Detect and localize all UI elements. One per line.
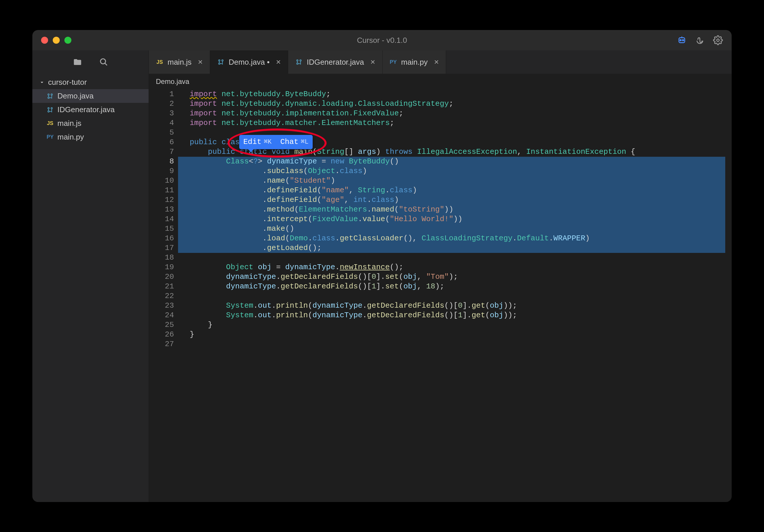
svg-point-20 <box>222 60 223 61</box>
code-line[interactable]: dynamicType.getDeclaredFields()[0].set(o… <box>178 272 725 282</box>
settings-icon[interactable] <box>713 35 723 45</box>
svg-point-1 <box>680 40 681 41</box>
svg-point-19 <box>219 60 220 61</box>
code-line[interactable] <box>178 339 725 349</box>
line-number: 18 <box>149 253 174 263</box>
tree-file-demo-java[interactable]: Demo.java <box>32 89 149 103</box>
svg-point-15 <box>48 111 49 112</box>
code-line[interactable] <box>178 291 725 301</box>
code-line[interactable]: .intercept(FixedValue.value("Hello World… <box>178 215 725 224</box>
tree-file-main-js[interactable]: JSmain.js <box>32 116 149 130</box>
tree-file-label: main.js <box>58 119 81 128</box>
tab-close-icon[interactable]: × <box>434 58 439 67</box>
titlebar: Cursor - v0.1.0 <box>32 30 732 50</box>
tab-main-js[interactable]: JSmain.js× <box>149 50 210 74</box>
tree-file-main-py[interactable]: PYmain.py <box>32 130 149 144</box>
code-line[interactable]: .subclass(Object.class) <box>178 166 725 176</box>
line-number: 11 <box>149 186 174 195</box>
svg-point-27 <box>296 63 298 65</box>
code-line[interactable] <box>178 253 725 263</box>
editor[interactable]: 1⚠23456⌄7⌄8910111213141516171819⚠2021222… <box>149 89 732 502</box>
window-title: Cursor - v0.1.0 <box>357 36 407 45</box>
tab-idgenerator-java[interactable]: IDGenerator.java× <box>288 50 383 74</box>
svg-point-2 <box>682 40 683 41</box>
code-line[interactable]: import net.bytebuddy.implementation.Fixe… <box>178 109 725 118</box>
titlebar-actions <box>677 35 723 45</box>
svg-point-13 <box>48 107 49 109</box>
tab-label: IDGenerator.java <box>307 58 364 67</box>
code-line[interactable]: .defineField("name", String.class) <box>178 186 725 195</box>
body: cursor-tutor Demo.javaIDGenerator.javaJS… <box>32 50 732 502</box>
line-number: 5 <box>149 128 174 137</box>
tab-close-icon[interactable]: × <box>276 58 281 67</box>
code-line[interactable]: dynamicType.getDeclaredFields()[1].set(o… <box>178 282 725 291</box>
line-number: 14 <box>149 215 174 224</box>
js-file-icon: JS <box>156 58 163 66</box>
line-number: 13 <box>149 205 174 215</box>
svg-point-9 <box>48 97 49 98</box>
svg-point-25 <box>296 60 298 61</box>
code-line[interactable]: } <box>178 330 725 339</box>
traffic-lights <box>41 37 72 44</box>
tab-demo-java[interactable]: Demo.java •× <box>210 50 288 74</box>
line-number: 6⌄ <box>149 137 174 147</box>
window-close-button[interactable] <box>41 37 48 44</box>
wave-icon[interactable] <box>695 35 705 45</box>
code-line[interactable]: .defineField("age", int.class) <box>178 195 725 205</box>
tab-label: Demo.java • <box>229 58 270 67</box>
search-icon[interactable] <box>99 58 108 67</box>
code-line[interactable]: import net.bytebuddy.dynamic.loading.Cla… <box>178 99 725 109</box>
gutter: 1⚠23456⌄7⌄8910111213141516171819⚠2021222… <box>149 89 178 502</box>
tab-main-py[interactable]: PYmain.py× <box>383 50 446 74</box>
line-number: 12 <box>149 195 174 205</box>
code-line[interactable]: .name("Student") <box>178 176 725 186</box>
line-number: 26 <box>149 330 174 339</box>
edit-action[interactable]: Edit ⌘K <box>243 137 272 147</box>
line-number: 16 <box>149 234 174 243</box>
code-line[interactable]: } <box>178 320 725 330</box>
line-number: 2 <box>149 99 174 109</box>
code-line[interactable]: .make() <box>178 224 725 234</box>
svg-point-21 <box>219 63 220 65</box>
line-number: 21 <box>149 282 174 291</box>
code-line[interactable]: .getLoaded(); <box>178 243 725 253</box>
js-file-icon: JS <box>46 120 54 127</box>
code-line[interactable]: .load(Demo.class.getClassLoader(), Class… <box>178 234 725 243</box>
chat-action[interactable]: Chat ⌘L <box>280 137 308 147</box>
java-file-icon <box>46 106 54 114</box>
folder-label: cursor-tutor <box>48 78 87 87</box>
java-file-icon <box>295 58 303 66</box>
code-line[interactable]: Object obj = dynamicType.newInstance(); <box>178 263 725 272</box>
code-line[interactable]: import net.bytebuddy.matcher.ElementMatc… <box>178 118 725 128</box>
code-line[interactable]: .method(ElementMatchers.named("toString"… <box>178 205 725 215</box>
py-file-icon: PY <box>46 133 54 141</box>
window-minimize-button[interactable] <box>53 37 60 44</box>
chat-shortcut: ⌘L <box>301 137 308 147</box>
line-number: 10 <box>149 176 174 186</box>
ai-icon[interactable] <box>677 35 687 45</box>
tree-file-label: Demo.java <box>58 91 94 100</box>
code-line[interactable]: import net.bytebuddy.ByteBuddy; <box>178 89 725 99</box>
tree-file-idgenerator-java[interactable]: IDGenerator.java <box>32 103 149 116</box>
line-number: 4 <box>149 118 174 128</box>
line-number: 8 <box>149 157 174 166</box>
tab-label: main.js <box>168 58 191 67</box>
code-line[interactable]: System.out.println(dynamicType.getDeclar… <box>178 310 725 320</box>
window-maximize-button[interactable] <box>65 37 72 44</box>
breadcrumb[interactable]: Demo.java <box>149 74 732 89</box>
java-file-icon <box>217 58 225 66</box>
tree-folder[interactable]: cursor-tutor <box>32 76 149 89</box>
code-line[interactable]: System.out.println(dynamicType.getDeclar… <box>178 301 725 310</box>
editor-area: JSmain.js×Demo.java •×IDGenerator.java×P… <box>149 50 732 502</box>
tab-close-icon[interactable]: × <box>370 58 375 67</box>
folder-icon[interactable] <box>73 58 82 67</box>
sidebar: cursor-tutor Demo.javaIDGenerator.javaJS… <box>32 50 149 502</box>
tab-close-icon[interactable]: × <box>198 58 203 67</box>
edit-shortcut: ⌘K <box>264 137 271 147</box>
code-line[interactable]: Class<?> dynamicType = new ByteBuddy() <box>178 157 725 166</box>
chevron-down-icon <box>39 80 45 85</box>
scrollbar[interactable] <box>725 89 732 502</box>
code[interactable]: Edit ⌘K Chat ⌘L import net.bytebuddy.Byt… <box>178 89 725 502</box>
line-number: 25 <box>149 320 174 330</box>
svg-point-7 <box>48 94 49 95</box>
